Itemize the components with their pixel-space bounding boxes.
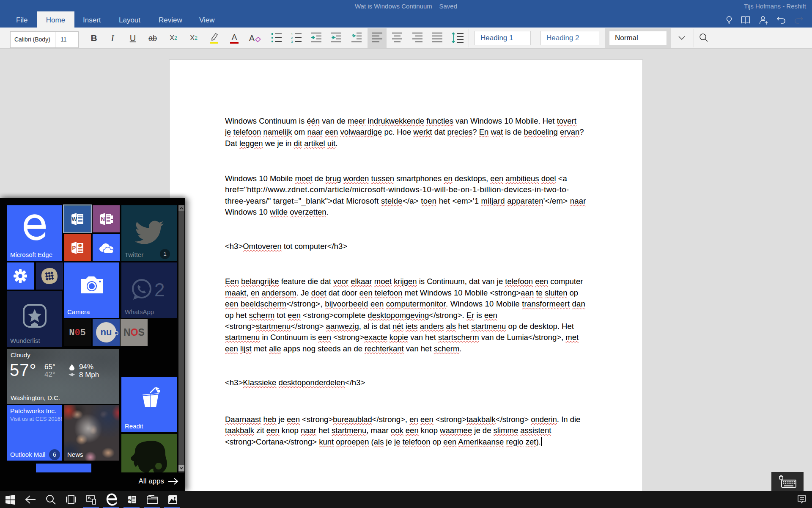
svg-text:W: W: [128, 498, 132, 502]
svg-text:1: 1: [291, 32, 293, 36]
svg-text:P: P: [72, 245, 76, 251]
svg-text:N: N: [101, 216, 105, 222]
svg-text:2: 2: [291, 36, 293, 40]
svg-text:3: 3: [291, 40, 293, 44]
svg-text:W: W: [72, 216, 77, 222]
